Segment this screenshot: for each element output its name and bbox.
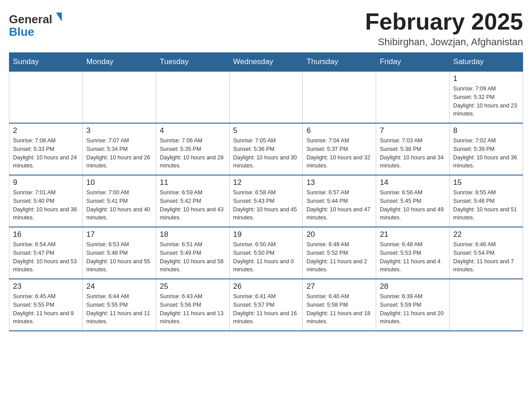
- day-cell: [376, 71, 450, 123]
- day-number: 20: [306, 230, 372, 239]
- day-cell: 8Sunrise: 7:02 AMSunset: 5:39 PMDaylight…: [450, 123, 523, 175]
- col-header-friday: Friday: [376, 53, 450, 72]
- day-cell: 6Sunrise: 7:04 AMSunset: 5:37 PMDaylight…: [303, 123, 376, 175]
- day-number: 3: [86, 126, 152, 135]
- day-number: 4: [160, 126, 226, 135]
- col-header-thursday: Thursday: [303, 53, 376, 72]
- day-cell: 20Sunrise: 6:49 AMSunset: 5:52 PMDayligh…: [303, 227, 376, 279]
- col-header-wednesday: Wednesday: [229, 53, 303, 72]
- day-number: 6: [306, 126, 372, 135]
- week-row-3: 9Sunrise: 7:01 AMSunset: 5:40 PMDaylight…: [9, 175, 523, 227]
- day-cell: 15Sunrise: 6:55 AMSunset: 5:46 PMDayligh…: [450, 175, 523, 227]
- day-info: Sunrise: 7:01 AMSunset: 5:40 PMDaylight:…: [13, 188, 79, 222]
- day-info: Sunrise: 7:09 AMSunset: 5:32 PMDaylight:…: [453, 85, 519, 118]
- day-cell: 28Sunrise: 6:39 AMSunset: 5:59 PMDayligh…: [376, 279, 450, 331]
- day-cell: 18Sunrise: 6:51 AMSunset: 5:49 PMDayligh…: [156, 227, 229, 279]
- day-number: 14: [380, 178, 446, 187]
- day-number: 15: [453, 178, 519, 187]
- col-header-tuesday: Tuesday: [156, 53, 229, 72]
- day-number: 1: [453, 74, 519, 83]
- day-number: 18: [160, 230, 226, 239]
- svg-marker-1: [56, 13, 62, 21]
- day-cell: 25Sunrise: 6:43 AMSunset: 5:56 PMDayligh…: [156, 279, 229, 331]
- day-info: Sunrise: 7:07 AMSunset: 5:34 PMDaylight:…: [86, 137, 152, 170]
- day-info: Sunrise: 7:03 AMSunset: 5:38 PMDaylight:…: [380, 137, 446, 170]
- day-info: Sunrise: 6:59 AMSunset: 5:42 PMDaylight:…: [160, 188, 226, 222]
- day-number: 17: [86, 230, 152, 239]
- day-cell: 10Sunrise: 7:00 AMSunset: 5:41 PMDayligh…: [82, 175, 156, 227]
- day-info: Sunrise: 6:45 AMSunset: 5:55 PMDaylight:…: [13, 292, 79, 326]
- day-cell: 27Sunrise: 6:40 AMSunset: 5:58 PMDayligh…: [303, 279, 376, 331]
- day-info: Sunrise: 6:50 AMSunset: 5:50 PMDaylight:…: [233, 240, 299, 274]
- day-cell: [229, 71, 303, 123]
- day-info: Sunrise: 6:39 AMSunset: 5:59 PMDaylight:…: [380, 292, 446, 326]
- day-cell: [82, 71, 156, 123]
- col-header-sunday: Sunday: [9, 53, 83, 72]
- day-cell: [450, 279, 523, 331]
- day-cell: 21Sunrise: 6:48 AMSunset: 5:53 PMDayligh…: [376, 227, 450, 279]
- day-number: 19: [233, 230, 299, 239]
- calendar-table: SundayMondayTuesdayWednesdayThursdayFrid…: [9, 52, 523, 331]
- col-header-monday: Monday: [82, 53, 156, 72]
- day-cell: 14Sunrise: 6:56 AMSunset: 5:45 PMDayligh…: [376, 175, 450, 227]
- day-number: 25: [160, 282, 226, 291]
- day-cell: 16Sunrise: 6:54 AMSunset: 5:47 PMDayligh…: [9, 227, 83, 279]
- day-info: Sunrise: 6:51 AMSunset: 5:49 PMDaylight:…: [160, 240, 226, 274]
- day-number: 12: [233, 178, 299, 187]
- day-cell: [156, 71, 229, 123]
- day-number: 10: [86, 178, 152, 187]
- week-row-1: 1Sunrise: 7:09 AMSunset: 5:32 PMDaylight…: [9, 71, 523, 123]
- day-info: Sunrise: 6:48 AMSunset: 5:53 PMDaylight:…: [380, 240, 446, 274]
- day-info: Sunrise: 7:02 AMSunset: 5:39 PMDaylight:…: [453, 137, 519, 170]
- day-number: 8: [453, 126, 519, 135]
- day-number: 16: [13, 230, 79, 239]
- day-number: 2: [13, 126, 79, 135]
- col-header-saturday: Saturday: [450, 53, 523, 72]
- day-cell: 17Sunrise: 6:53 AMSunset: 5:48 PMDayligh…: [82, 227, 156, 279]
- day-info: Sunrise: 6:44 AMSunset: 5:55 PMDaylight:…: [86, 292, 152, 326]
- day-number: 11: [160, 178, 226, 187]
- day-number: 21: [380, 230, 446, 239]
- page-header: General Blue February 2025 Shibirghan, J…: [9, 9, 523, 48]
- day-cell: 24Sunrise: 6:44 AMSunset: 5:55 PMDayligh…: [82, 279, 156, 331]
- logo: General Blue: [9, 9, 67, 40]
- svg-text:Blue: Blue: [9, 25, 34, 39]
- day-number: 23: [13, 282, 79, 291]
- day-info: Sunrise: 6:58 AMSunset: 5:43 PMDaylight:…: [233, 188, 299, 222]
- day-cell: 4Sunrise: 7:06 AMSunset: 5:35 PMDaylight…: [156, 123, 229, 175]
- day-info: Sunrise: 6:53 AMSunset: 5:48 PMDaylight:…: [86, 240, 152, 274]
- day-cell: 3Sunrise: 7:07 AMSunset: 5:34 PMDaylight…: [82, 123, 156, 175]
- day-number: 13: [306, 178, 372, 187]
- day-info: Sunrise: 6:55 AMSunset: 5:46 PMDaylight:…: [453, 188, 519, 222]
- day-info: Sunrise: 6:56 AMSunset: 5:45 PMDaylight:…: [380, 188, 446, 222]
- day-cell: 7Sunrise: 7:03 AMSunset: 5:38 PMDaylight…: [376, 123, 450, 175]
- day-info: Sunrise: 7:08 AMSunset: 5:33 PMDaylight:…: [13, 137, 79, 170]
- day-number: 27: [306, 282, 372, 291]
- day-number: 5: [233, 126, 299, 135]
- day-cell: 11Sunrise: 6:59 AMSunset: 5:42 PMDayligh…: [156, 175, 229, 227]
- day-info: Sunrise: 6:57 AMSunset: 5:44 PMDaylight:…: [306, 188, 372, 222]
- day-cell: 13Sunrise: 6:57 AMSunset: 5:44 PMDayligh…: [303, 175, 376, 227]
- day-info: Sunrise: 7:05 AMSunset: 5:36 PMDaylight:…: [233, 137, 299, 170]
- day-info: Sunrise: 6:43 AMSunset: 5:56 PMDaylight:…: [160, 292, 226, 326]
- day-info: Sunrise: 7:00 AMSunset: 5:41 PMDaylight:…: [86, 188, 152, 222]
- day-cell: 19Sunrise: 6:50 AMSunset: 5:50 PMDayligh…: [229, 227, 303, 279]
- day-cell: 22Sunrise: 6:46 AMSunset: 5:54 PMDayligh…: [450, 227, 523, 279]
- day-cell: [9, 71, 83, 123]
- day-number: 28: [380, 282, 446, 291]
- day-cell: [303, 71, 376, 123]
- day-info: Sunrise: 7:06 AMSunset: 5:35 PMDaylight:…: [160, 137, 226, 170]
- day-info: Sunrise: 6:54 AMSunset: 5:47 PMDaylight:…: [13, 240, 79, 274]
- day-info: Sunrise: 6:41 AMSunset: 5:57 PMDaylight:…: [233, 292, 299, 326]
- calendar-header-row: SundayMondayTuesdayWednesdayThursdayFrid…: [9, 53, 523, 72]
- week-row-5: 23Sunrise: 6:45 AMSunset: 5:55 PMDayligh…: [9, 279, 523, 331]
- day-cell: 12Sunrise: 6:58 AMSunset: 5:43 PMDayligh…: [229, 175, 303, 227]
- day-cell: 5Sunrise: 7:05 AMSunset: 5:36 PMDaylight…: [229, 123, 303, 175]
- day-cell: 9Sunrise: 7:01 AMSunset: 5:40 PMDaylight…: [9, 175, 83, 227]
- day-cell: 23Sunrise: 6:45 AMSunset: 5:55 PMDayligh…: [9, 279, 83, 331]
- day-info: Sunrise: 7:04 AMSunset: 5:37 PMDaylight:…: [306, 137, 372, 170]
- day-info: Sunrise: 6:49 AMSunset: 5:52 PMDaylight:…: [306, 240, 372, 274]
- svg-text:General: General: [9, 13, 52, 26]
- day-number: 26: [233, 282, 299, 291]
- day-info: Sunrise: 6:46 AMSunset: 5:54 PMDaylight:…: [453, 240, 519, 274]
